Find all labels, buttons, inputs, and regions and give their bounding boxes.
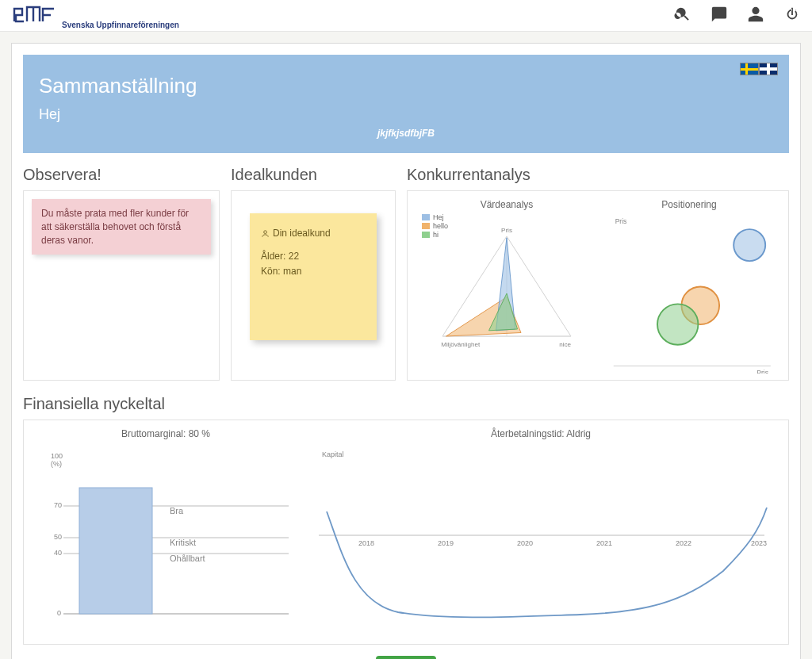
svg-text:2020: 2020 <box>517 539 533 547</box>
ref-bra: Bra <box>170 506 184 515</box>
svg-text:70: 70 <box>54 501 62 509</box>
svg-point-1 <box>264 231 267 234</box>
svg-text:100: 100 <box>51 452 63 460</box>
gender-label: Kön: <box>261 266 281 277</box>
brand-logo-icon <box>11 4 57 28</box>
radar-axis-right: nice <box>559 341 571 348</box>
svg-text:2019: 2019 <box>438 539 454 547</box>
user-icon[interactable] <box>747 6 764 26</box>
brutto-title: Bruttomarginal: 80 % <box>35 428 297 439</box>
pos-axis-x: Pris <box>756 369 768 374</box>
brutto-bar <box>79 488 152 614</box>
finans-title: Finansiella nyckeltal <box>23 395 789 413</box>
search-icon[interactable] <box>674 6 691 26</box>
page-tag: jkjfkjsdfbjFB <box>39 128 773 139</box>
topbar: Svenska Uppfinnareföreningen <box>0 0 812 32</box>
ref-kritiskt: Kritiskt <box>170 538 196 547</box>
legend-item: hi <box>433 231 439 239</box>
done-button[interactable]: Klar <box>376 656 437 659</box>
svg-text:2023: 2023 <box>751 539 767 547</box>
payback-title: Återbetalningstid: Aldrig <box>304 428 777 439</box>
brutto-chart: Bruttomarginal: 80 % 100 (%) 70 50 40 0 … <box>35 428 297 630</box>
legend-item: Hej <box>433 213 444 221</box>
observe-title: Observera! <box>23 166 220 184</box>
svg-text:(%): (%) <box>51 460 62 468</box>
ref-ohallbart: Ohållbart <box>170 554 205 563</box>
chart-legend: Hej hello hi <box>422 213 448 239</box>
positioning-title: Positionering <box>598 199 780 210</box>
flag-sweden-icon[interactable] <box>740 63 759 75</box>
payback-chart: Återbetalningstid: Aldrig Kapital 2018 2… <box>304 428 777 630</box>
page-title: Sammanställning <box>39 74 773 98</box>
svg-text:40: 40 <box>54 549 62 557</box>
ideal-note: Din idealkund Ålder: 22 Kön: man <box>250 213 377 340</box>
konkurrent-panel: Värdeanalys Hej hello hi <box>407 190 789 381</box>
chat-icon[interactable] <box>710 6 728 26</box>
pos-axis-y: Pris <box>615 217 627 225</box>
summary-header: Sammanställning Hej jkjfkjsdfbjFB <box>23 55 789 153</box>
radar-axis-top: Pris <box>501 227 512 234</box>
power-icon[interactable] <box>783 6 801 26</box>
brand[interactable]: Svenska Uppfinnareföreningen <box>11 4 179 28</box>
payback-line <box>327 508 767 617</box>
bubble-hej <box>733 229 765 261</box>
gender-value: man <box>283 266 301 277</box>
svg-text:50: 50 <box>54 533 62 541</box>
user-outline-icon <box>261 229 270 238</box>
finans-panel: Bruttomarginal: 80 % 100 (%) 70 50 40 0 … <box>23 420 789 645</box>
observe-warning: Du måste prata med fler kunder för att s… <box>32 199 211 255</box>
radar-axis-left: Miljövänlighet <box>441 341 481 348</box>
ideal-title: Idealkunden <box>231 166 396 184</box>
page-subtitle: Hej <box>39 106 773 123</box>
svg-text:2018: 2018 <box>358 539 374 547</box>
bubble-hi <box>657 304 698 344</box>
ideal-note-title: Din idealkund <box>273 226 331 241</box>
value-analysis-chart: Värdeanalys Hej hello hi <box>416 199 598 372</box>
flag-uk-icon[interactable] <box>759 63 778 75</box>
value-analysis-title: Värdeanalys <box>416 199 598 210</box>
age-value: 22 <box>289 251 299 262</box>
svg-text:0: 0 <box>57 609 61 617</box>
kapital-label: Kapital <box>322 450 344 458</box>
positioning-chart: Positionering Pris Pris <box>598 199 780 372</box>
svg-text:2021: 2021 <box>596 539 612 547</box>
legend-item: hello <box>433 222 448 230</box>
konkurrent-title: Konkurrentanalys <box>407 166 789 184</box>
ideal-panel: Din idealkund Ålder: 22 Kön: man <box>231 190 396 381</box>
observe-panel: Du måste prata med fler kunder för att s… <box>23 190 220 381</box>
page-frame: Sammanställning Hej jkjfkjsdfbjFB Observ… <box>11 43 801 659</box>
age-label: Ålder: <box>261 251 285 262</box>
brand-name: Svenska Uppfinnareföreningen <box>62 21 179 29</box>
svg-text:2022: 2022 <box>676 539 691 547</box>
